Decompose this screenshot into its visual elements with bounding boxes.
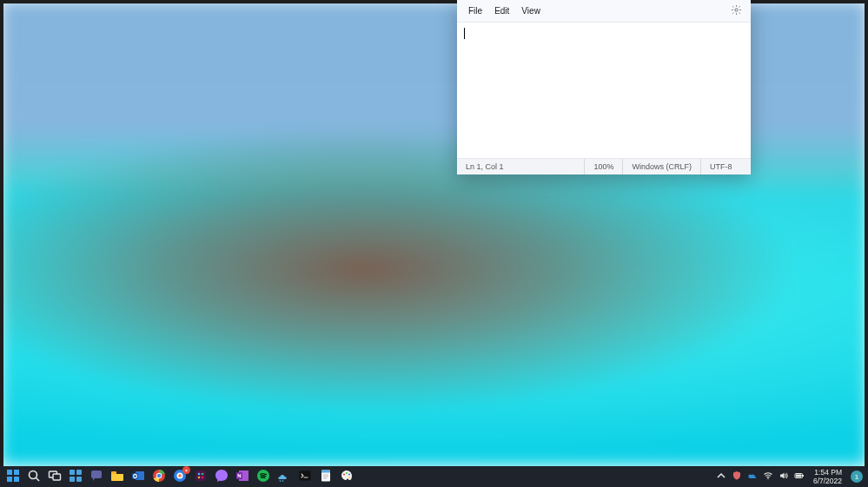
menu-view[interactable]: View (515, 3, 547, 19)
tray-overflow[interactable] (716, 471, 726, 482)
status-zoom[interactable]: 100% (584, 159, 622, 174)
taskbar-messenger[interactable] (214, 469, 229, 484)
taskbar-outlook[interactable] (130, 469, 146, 484)
svg-rect-12 (76, 477, 82, 482)
notepad-window: File Edit View Ln 1, Col 1 100% Windows … (457, 0, 751, 174)
tray-wifi[interactable] (763, 471, 773, 482)
volume-icon (779, 471, 789, 483)
taskbar-search[interactable] (26, 469, 42, 484)
taskbar: • N (0, 466, 868, 487)
svg-text:N: N (237, 473, 241, 478)
folder-icon (110, 469, 124, 484)
badge: • (182, 466, 190, 474)
menubar: File Edit View (457, 0, 751, 23)
taskview-icon (48, 469, 62, 484)
svg-rect-37 (321, 471, 330, 473)
clock-date: 6/7/2022 (813, 477, 842, 485)
system-tray: 1:54 PM 6/7/2022 1 (716, 468, 863, 485)
menu-edit[interactable]: Edit (488, 3, 515, 19)
taskbar-copilot[interactable]: • (172, 469, 188, 484)
taskbar-clock[interactable]: 1:54 PM 6/7/2022 (810, 468, 845, 485)
gear-icon (731, 4, 742, 17)
notification-count: 1 (855, 473, 858, 481)
svg-rect-14 (111, 471, 116, 474)
onenote-icon: N (235, 469, 249, 484)
svg-point-45 (767, 478, 768, 479)
svg-rect-3 (7, 477, 12, 482)
notepad-icon (319, 469, 333, 484)
tray-security[interactable] (732, 471, 742, 482)
settings-button[interactable] (726, 2, 745, 21)
spotify-icon (256, 469, 270, 484)
svg-rect-8 (53, 474, 61, 480)
taskbar-onenote[interactable]: N (235, 469, 250, 484)
chrome-icon (152, 469, 166, 484)
svg-line-6 (36, 478, 40, 482)
messenger-icon (215, 469, 229, 484)
cloud-icon (747, 471, 758, 483)
tray-battery[interactable] (794, 471, 805, 482)
start-button[interactable] (5, 469, 21, 484)
svg-rect-10 (76, 470, 82, 475)
tray-onedrive[interactable] (747, 471, 758, 482)
widgets-icon (69, 469, 83, 484)
svg-point-5 (30, 471, 37, 479)
taskbar-slack[interactable] (193, 469, 209, 484)
taskbar-pinned-apps: • N (5, 469, 354, 484)
taskbar-terminal[interactable] (297, 469, 313, 484)
svg-rect-47 (803, 475, 804, 477)
taskbar-weather[interactable] (276, 469, 292, 484)
menu-file[interactable]: File (462, 3, 488, 19)
taskbar-notepad[interactable] (318, 469, 334, 484)
weather-icon (277, 469, 291, 484)
svg-line-33 (280, 480, 281, 482)
svg-rect-35 (300, 471, 311, 481)
chat-icon (89, 469, 103, 484)
taskbar-chat[interactable] (89, 469, 104, 484)
statusbar: Ln 1, Col 1 100% Windows (CRLF) UTF-8 (457, 159, 751, 174)
wifi-icon (763, 471, 773, 483)
taskbar-paint[interactable] (339, 469, 354, 484)
notifications-button[interactable]: 1 (851, 471, 863, 483)
taskbar-widgets[interactable] (68, 469, 83, 484)
svg-rect-11 (70, 477, 75, 482)
svg-rect-2 (14, 470, 19, 475)
svg-point-43 (348, 474, 350, 476)
svg-rect-4 (14, 477, 19, 482)
svg-rect-13 (91, 471, 102, 478)
svg-rect-1 (7, 470, 12, 475)
taskbar-chrome[interactable] (151, 469, 167, 484)
tray-volume[interactable] (779, 471, 789, 482)
svg-point-27 (198, 477, 201, 479)
svg-point-0 (734, 9, 737, 11)
outlook-icon (131, 469, 145, 484)
slack-icon (194, 469, 208, 484)
svg-rect-9 (70, 470, 75, 475)
search-icon (27, 469, 41, 484)
svg-point-42 (346, 472, 348, 474)
svg-point-44 (348, 477, 350, 478)
svg-point-25 (198, 473, 201, 476)
text-editor[interactable] (457, 23, 751, 159)
svg-point-20 (157, 474, 162, 478)
taskbar-file-explorer[interactable] (109, 469, 125, 484)
windows-icon (6, 469, 20, 484)
clock-time: 1:54 PM (813, 468, 842, 477)
svg-rect-48 (796, 475, 802, 477)
svg-rect-24 (195, 471, 206, 481)
chevron-up-icon (716, 471, 726, 483)
svg-point-26 (202, 473, 204, 476)
svg-point-41 (343, 474, 345, 476)
svg-point-28 (202, 477, 204, 479)
svg-line-34 (282, 480, 283, 482)
taskbar-spotify[interactable] (255, 469, 271, 484)
svg-point-23 (178, 474, 182, 477)
status-cursor-pos: Ln 1, Col 1 (466, 159, 584, 174)
paint-icon (340, 469, 354, 484)
shield-icon (732, 471, 742, 483)
status-eol[interactable]: Windows (CRLF) (622, 159, 700, 174)
status-encoding[interactable]: UTF-8 (700, 159, 742, 174)
battery-icon (794, 471, 805, 483)
taskbar-taskview[interactable] (47, 469, 63, 484)
text-caret (464, 28, 465, 39)
